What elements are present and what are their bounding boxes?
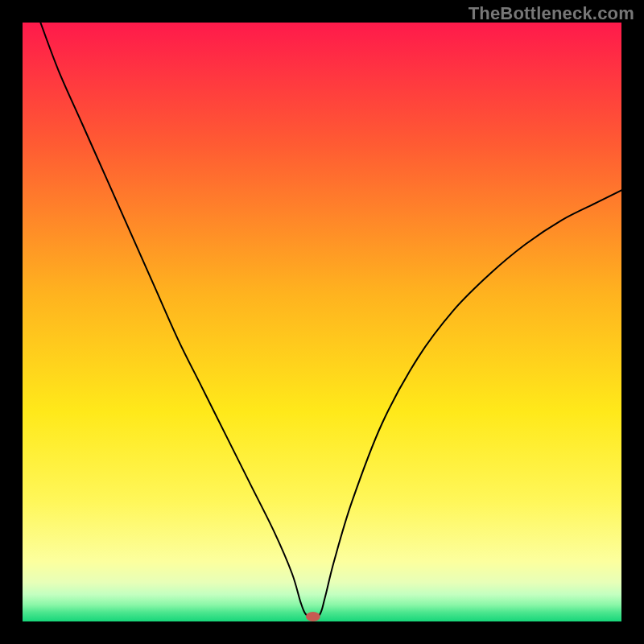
minimum-marker: [306, 612, 320, 621]
gradient-background: [23, 23, 621, 621]
chart-svg: [23, 23, 621, 621]
chart-frame: TheBottleneck.com: [0, 0, 644, 644]
watermark-text: TheBottleneck.com: [469, 3, 634, 24]
plot-area: [23, 23, 621, 621]
